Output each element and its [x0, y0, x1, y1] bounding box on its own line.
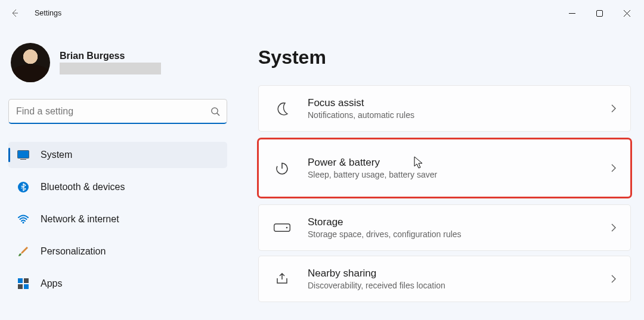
chevron-right-icon	[610, 223, 617, 232]
chevron-right-icon	[610, 274, 617, 284]
close-button[interactable]	[613, 4, 640, 23]
nav-item-network[interactable]: Network & internet	[8, 206, 227, 232]
avatar	[11, 43, 50, 82]
system-icon	[17, 148, 30, 161]
maximize-icon	[596, 10, 603, 17]
svg-point-1	[212, 108, 218, 114]
brush-icon	[17, 245, 30, 258]
nav-item-bluetooth[interactable]: Bluetooth & devices	[8, 174, 227, 200]
nav-item-system[interactable]: System	[8, 142, 227, 168]
nav-label: System	[41, 150, 72, 160]
card-title: Focus assist	[308, 97, 610, 109]
close-icon	[624, 10, 630, 17]
profile-email-redacted	[60, 63, 161, 74]
nav-label: Network & internet	[41, 214, 119, 225]
window-controls	[558, 4, 640, 23]
card-body: Storage Storage space, drives, configura…	[308, 216, 610, 239]
search-input[interactable]	[8, 99, 227, 124]
user-profile[interactable]: Brian Burgess	[8, 43, 227, 82]
nav-label: Apps	[41, 278, 62, 289]
main-content: System Focus assist Notifications, autom…	[236, 26, 644, 320]
search-wrap	[8, 99, 227, 124]
card-subtitle: Notifications, automatic rules	[308, 110, 610, 120]
nav-label: Personalization	[41, 246, 106, 257]
minimize-button[interactable]	[558, 4, 586, 23]
power-icon	[272, 160, 292, 176]
nav-label: Bluetooth & devices	[41, 182, 125, 192]
app-title: Settings	[35, 9, 61, 17]
svg-rect-8	[24, 284, 29, 289]
svg-point-4	[23, 222, 24, 223]
card-nearby-sharing[interactable]: Nearby sharing Discoverability, received…	[258, 256, 631, 302]
card-subtitle: Sleep, battery usage, battery saver	[308, 170, 610, 179]
card-title: Power & battery	[308, 157, 610, 169]
svg-rect-2	[18, 151, 29, 159]
svg-rect-7	[18, 284, 23, 289]
profile-name: Brian Burgess	[60, 51, 161, 61]
maximize-button[interactable]	[586, 4, 613, 23]
minimize-icon	[569, 10, 575, 17]
profile-info: Brian Burgess	[60, 51, 161, 74]
chevron-right-icon	[610, 104, 617, 113]
card-body: Focus assist Notifications, automatic ru…	[308, 97, 610, 120]
card-title: Storage	[308, 216, 610, 228]
nav-item-personalization[interactable]: Personalization	[8, 238, 227, 265]
card-storage[interactable]: Storage Storage space, drives, configura…	[258, 204, 631, 251]
card-body: Power & battery Sleep, battery usage, ba…	[308, 157, 610, 179]
svg-rect-10	[274, 224, 290, 232]
svg-rect-0	[596, 10, 602, 16]
apps-icon	[17, 277, 30, 290]
card-subtitle: Discoverability, received files location	[308, 281, 610, 290]
svg-point-11	[286, 227, 288, 229]
page-title: System	[258, 46, 631, 69]
card-power-battery[interactable]: Power & battery Sleep, battery usage, ba…	[258, 139, 631, 197]
sidebar: Brian Burgess System Bluetooth & devi	[0, 26, 236, 320]
storage-icon	[272, 223, 292, 232]
card-focus-assist[interactable]: Focus assist Notifications, automatic ru…	[258, 85, 631, 132]
moon-icon	[272, 101, 292, 116]
wifi-icon	[17, 213, 30, 226]
bluetooth-icon	[17, 181, 30, 194]
card-title: Nearby sharing	[308, 268, 610, 279]
chevron-right-icon	[610, 163, 617, 173]
nav-item-apps[interactable]: Apps	[8, 271, 227, 297]
card-body: Nearby sharing Discoverability, received…	[308, 268, 610, 290]
svg-rect-5	[18, 278, 23, 283]
search-icon	[210, 107, 220, 116]
settings-cards: Focus assist Notifications, automatic ru…	[258, 85, 631, 302]
nav-list: System Bluetooth & devices Network & int…	[8, 142, 227, 297]
back-button[interactable]	[4, 2, 26, 24]
arrow-left-icon	[10, 8, 20, 18]
titlebar: Settings	[0, 0, 644, 26]
share-icon	[272, 271, 292, 287]
card-subtitle: Storage space, drives, configuration rul…	[308, 229, 610, 239]
svg-rect-6	[24, 278, 29, 283]
